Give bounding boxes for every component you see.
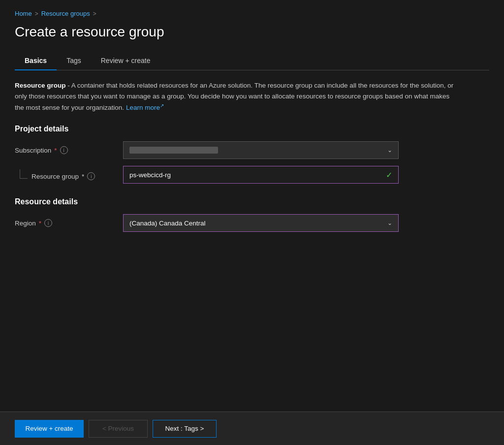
resource-group-input[interactable]: ps-webcicd-rg ✓	[123, 166, 399, 184]
region-info-icon[interactable]: i	[44, 219, 52, 227]
breadcrumb: Home > Resource groups >	[15, 10, 489, 17]
region-value: (Canada) Canada Central	[129, 220, 206, 227]
rg-indent: Resource group * i	[15, 169, 123, 180]
subscription-label: Subscription	[15, 147, 51, 154]
description-bold: Resource group	[15, 82, 66, 89]
breadcrumb-home[interactable]: Home	[15, 10, 32, 17]
region-dropdown[interactable]: (Canada) Canada Central ⌄	[123, 214, 399, 232]
rg-line-v	[20, 169, 20, 178]
resource-group-info-icon[interactable]: i	[87, 172, 95, 180]
region-dropdown-wrapper: (Canada) Canada Central ⌄	[123, 214, 399, 232]
resource-group-row: Resource group * i ps-webcicd-rg ✓	[15, 166, 489, 184]
subscription-info-icon[interactable]: i	[60, 146, 68, 154]
region-label-group: Region * i	[15, 219, 123, 227]
subscription-label-group: Subscription * i	[15, 146, 123, 154]
rg-line-h	[20, 178, 28, 179]
tab-bar: Basics Tags Review + create	[15, 52, 489, 70]
project-details-title: Project details	[15, 125, 489, 133]
region-label: Region	[15, 220, 36, 227]
subscription-masked-value	[129, 147, 218, 154]
region-row: Region * i (Canada) Canada Central ⌄	[15, 214, 489, 232]
resource-group-valid-icon: ✓	[386, 170, 392, 180]
breadcrumb-sep2: >	[93, 10, 96, 17]
project-details-section: Project details Subscription * i ⌄	[15, 125, 489, 184]
tab-basics[interactable]: Basics	[15, 52, 57, 70]
subscription-required: *	[54, 147, 57, 154]
subscription-dropdown[interactable]: ⌄	[123, 141, 399, 159]
page-title: Create a resource group	[15, 24, 489, 40]
subscription-dropdown-arrow: ⌄	[387, 147, 392, 154]
subscription-row: Subscription * i ⌄	[15, 141, 489, 159]
resource-details-title: Resource details	[15, 197, 489, 206]
resource-group-label-group: Resource group * i	[32, 169, 95, 180]
previous-button[interactable]: < Previous	[89, 420, 148, 438]
footer-bar: Review + create < Previous Next : Tags >	[0, 412, 504, 445]
external-link-icon: ↗	[160, 102, 164, 108]
breadcrumb-resource-groups[interactable]: Resource groups	[41, 10, 90, 17]
tab-review-create[interactable]: Review + create	[91, 52, 160, 70]
resource-group-required: *	[82, 173, 84, 180]
review-create-button[interactable]: Review + create	[15, 420, 84, 438]
resource-details-section: Resource details Region * i (Canada) Can…	[15, 197, 489, 232]
resource-group-label: Resource group	[32, 173, 79, 180]
resource-group-value: ps-webcicd-rg	[129, 171, 171, 179]
region-required: *	[39, 220, 41, 227]
next-tags-button[interactable]: Next : Tags >	[153, 420, 217, 438]
tab-tags[interactable]: Tags	[57, 52, 91, 70]
resource-group-input-wrapper: ps-webcicd-rg ✓	[123, 166, 399, 184]
subscription-dropdown-wrapper: ⌄	[123, 141, 399, 159]
rg-connector	[20, 169, 28, 179]
description-rest: - A container that holds related resourc…	[15, 82, 453, 111]
region-dropdown-arrow: ⌄	[387, 220, 392, 226]
description-text: Resource group - A container that holds …	[15, 80, 458, 113]
breadcrumb-sep1: >	[35, 10, 38, 17]
learn-more-link[interactable]: Learn more↗	[126, 104, 164, 111]
